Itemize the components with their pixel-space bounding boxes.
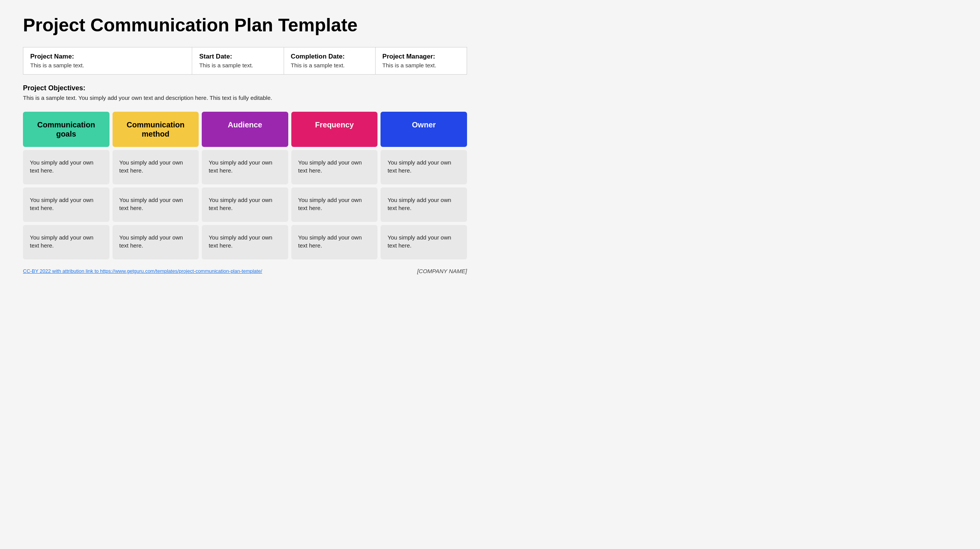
communication-table: Communication goalsCommunication methodA…: [23, 112, 467, 259]
meta-project-manager: Project Manager: This is a sample text.: [376, 47, 467, 74]
data-cell: You simply add your own text here.: [113, 225, 199, 259]
data-cell: You simply add your own text here.: [291, 187, 378, 222]
col-header-method: Communication method: [113, 112, 199, 147]
footer-link[interactable]: CC-BY 2022 with attribution link to http…: [23, 268, 262, 274]
data-cell: You simply add your own text here.: [23, 225, 109, 259]
meta-completion-date: Completion Date: This is a sample text.: [284, 47, 376, 74]
data-cell: You simply add your own text here.: [381, 225, 467, 259]
data-cell: You simply add your own text here.: [381, 187, 467, 222]
col-header-frequency: Frequency: [291, 112, 378, 147]
data-cell: You simply add your own text here.: [381, 150, 467, 184]
meta-project-name-label: Project Name:: [30, 53, 185, 60]
meta-project-manager-value: This is a sample text.: [382, 62, 436, 68]
meta-completion-date-label: Completion Date:: [291, 53, 368, 60]
data-cell: You simply add your own text here.: [113, 187, 199, 222]
meta-start-date-label: Start Date:: [199, 53, 276, 60]
meta-row: Project Name: This is a sample text. Sta…: [23, 47, 467, 75]
col-header-goals: Communication goals: [23, 112, 109, 147]
meta-project-manager-label: Project Manager:: [382, 53, 460, 60]
footer-company: [COMPANY NAME]: [417, 268, 467, 274]
meta-start-date: Start Date: This is a sample text.: [192, 47, 284, 74]
data-cell: You simply add your own text here.: [23, 150, 109, 184]
table-header-row: Communication goalsCommunication methodA…: [23, 112, 467, 147]
objectives-label: Project Objectives:: [23, 84, 467, 92]
footer: CC-BY 2022 with attribution link to http…: [23, 268, 467, 274]
objectives-section: Project Objectives: This is a sample tex…: [23, 84, 467, 101]
data-cell: You simply add your own text here.: [291, 225, 378, 259]
data-cell: You simply add your own text here.: [291, 150, 378, 184]
data-cell: You simply add your own text here.: [23, 187, 109, 222]
table-row: You simply add your own text here.You si…: [23, 150, 467, 184]
data-rows: You simply add your own text here.You si…: [23, 150, 467, 259]
objectives-text: This is a sample text. You simply add yo…: [23, 94, 467, 101]
data-cell: You simply add your own text here.: [202, 150, 288, 184]
col-header-owner: Owner: [381, 112, 467, 147]
table-row: You simply add your own text here.You si…: [23, 225, 467, 259]
meta-start-date-value: This is a sample text.: [199, 62, 253, 68]
table-row: You simply add your own text here.You si…: [23, 187, 467, 222]
page-title: Project Communication Plan Template: [23, 15, 467, 36]
meta-completion-date-value: This is a sample text.: [291, 62, 345, 68]
col-header-audience: Audience: [202, 112, 288, 147]
data-cell: You simply add your own text here.: [113, 150, 199, 184]
meta-project-name: Project Name: This is a sample text.: [23, 47, 192, 74]
meta-project-name-value: This is a sample text.: [30, 62, 84, 68]
data-cell: You simply add your own text here.: [202, 225, 288, 259]
data-cell: You simply add your own text here.: [202, 187, 288, 222]
